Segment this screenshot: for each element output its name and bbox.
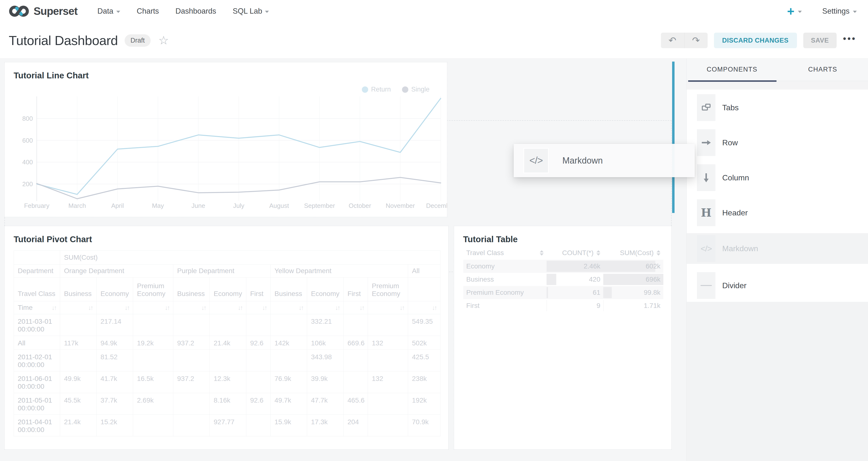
divider-icon <box>697 272 715 299</box>
chart-card-pivot[interactable]: Tutorial Pivot Chart SUM(Cost)Department… <box>4 226 448 450</box>
pivot-value-cell: 21.4k <box>210 336 246 350</box>
pivot-subcol-header: First <box>344 277 368 301</box>
favorite-star-icon[interactable]: ☆ <box>158 35 169 46</box>
table-cell-travel-class: First <box>463 299 547 312</box>
pivot-value-cell: 937.2 <box>173 336 210 350</box>
more-options-button[interactable]: ••• <box>843 34 856 47</box>
pivot-value-cell: 204 <box>344 415 368 436</box>
pivot-value-cell <box>344 314 368 336</box>
nav-item-sql-lab[interactable]: SQL Lab <box>224 0 277 22</box>
sort-icon[interactable]: ↓↑ <box>88 304 92 312</box>
pivot-value-cell: 502k <box>408 336 440 350</box>
table-column-header[interactable]: SUM(Cost) <box>603 246 663 260</box>
pivot-value-cell: 39.9k <box>307 371 344 393</box>
sort-icon[interactable]: ↓↑ <box>262 304 267 312</box>
tab-components[interactable]: COMPONENTS <box>687 59 777 80</box>
table-cell-count: 2.46k <box>547 260 603 273</box>
dashboard-header: Tutorial Dashboard Draft ☆ ↶ ↷ DISCARD C… <box>0 22 868 59</box>
markdown-icon: </> <box>697 235 715 262</box>
sort-icon[interactable]: ↓↑ <box>360 304 364 312</box>
discard-changes-button[interactable]: DISCARD CHANGES <box>714 33 797 48</box>
table-row: Business420696k <box>463 273 663 286</box>
new-item-button[interactable]: + <box>787 5 802 18</box>
settings-label: Settings <box>822 7 849 16</box>
sort-icon[interactable]: ↓↑ <box>165 304 169 312</box>
sort-icon[interactable] <box>596 250 600 255</box>
top-navbar: Superset DataChartsDashboardsSQL Lab + S… <box>0 0 868 22</box>
table-cell-count: 61 <box>547 286 603 299</box>
nav-item-label: Charts <box>137 7 159 16</box>
pivot-sort-cell: ↓↑ <box>133 301 173 314</box>
svg-text:600: 600 <box>22 137 33 144</box>
svg-text:March: March <box>68 202 86 209</box>
pivot-value-cell: 927.77 <box>210 415 246 436</box>
pivot-value-cell: 49.7k <box>271 393 307 415</box>
tabs-separator <box>687 82 868 90</box>
pivot-value-cell: 70.9k <box>408 415 440 436</box>
component-label: Divider <box>722 281 747 290</box>
settings-menu[interactable]: Settings <box>822 7 857 16</box>
pivot-sort-cell: ↓↑ <box>344 301 368 314</box>
pivot-value-cell: 45.5k <box>60 393 97 415</box>
component-item-markdown-dragging[interactable]: </>Markdown <box>687 233 868 264</box>
pivot-value-cell: 19.2k <box>133 336 173 350</box>
pivot-value-cell <box>368 314 408 336</box>
component-item-header[interactable]: HHeader <box>697 199 748 226</box>
sort-icon[interactable]: ↓↑ <box>299 304 303 312</box>
table-column-header[interactable]: COUNT(*) <box>547 246 603 260</box>
chart-card-table[interactable]: Tutorial Table Travel ClassCOUNT(*)SUM(C… <box>454 226 672 450</box>
chart-card-line[interactable]: Tutorial Line Chart 200400600800February… <box>4 62 447 217</box>
nav-item-dashboards[interactable]: Dashboards <box>167 0 224 22</box>
pivot-row-label: 2011-06-01 00:00:00 <box>14 371 60 393</box>
table-cell-sum: 696k <box>603 273 663 286</box>
sort-icon[interactable]: ↓↑ <box>335 304 339 312</box>
draft-badge: Draft <box>125 34 151 47</box>
pivot-sort-cell: ↓↑ <box>271 301 307 314</box>
table-cell-count: 9 <box>547 299 603 312</box>
undo-button[interactable]: ↶ <box>661 33 684 48</box>
svg-text:June: June <box>191 202 205 209</box>
tab-charts[interactable]: CHARTS <box>777 59 868 80</box>
nav-item-label: Data <box>97 7 113 16</box>
pivot-group-header: Purple Department <box>173 265 271 277</box>
pivot-corner <box>14 251 60 265</box>
component-item-row[interactable]: Row <box>697 129 738 156</box>
dashboard-title[interactable]: Tutorial Dashboard <box>9 33 118 48</box>
pivot-subcol-header: Business <box>271 277 307 301</box>
pivot-value-cell: 37.7k <box>97 393 133 415</box>
pivot-row-label: 2011-03-01 00:00:00 <box>14 314 60 336</box>
component-item-column[interactable]: Column <box>697 164 749 191</box>
legend-item-single[interactable]: Single <box>402 86 430 93</box>
pivot-value-cell: 15.9k <box>271 415 307 436</box>
superset-logo[interactable]: Superset <box>8 4 78 18</box>
sort-icon[interactable]: ↓↑ <box>201 304 206 312</box>
legend-item-return[interactable]: Return <box>362 86 391 93</box>
pivot-row: 2011-06-01 00:00:0049.9k41.7k16.5k937.21… <box>14 371 440 393</box>
pivot-value-cell <box>173 350 210 371</box>
sort-icon[interactable]: ↓↑ <box>52 304 56 312</box>
save-button[interactable]: SAVE <box>803 33 837 48</box>
sort-icon[interactable] <box>656 250 660 255</box>
drag-preview-label: Markdown <box>562 156 603 166</box>
sort-icon[interactable] <box>540 250 544 255</box>
pivot-value-cell <box>246 371 271 393</box>
sort-icon[interactable]: ↓↑ <box>125 304 129 312</box>
sort-icon[interactable]: ↓↑ <box>400 304 404 312</box>
data-table: Travel ClassCOUNT(*)SUM(Cost)Economy2.46… <box>463 246 663 312</box>
table-column-header[interactable]: Travel Class <box>463 246 547 260</box>
component-item-divider[interactable]: Divider <box>697 272 747 299</box>
nav-item-data[interactable]: Data <box>89 0 128 22</box>
legend-label: Single <box>411 86 430 93</box>
sort-icon[interactable]: ↓↑ <box>432 304 436 312</box>
component-item-tabs[interactable]: Tabs <box>697 94 739 121</box>
column-arrow-icon <box>697 164 715 191</box>
nav-item-charts[interactable]: Charts <box>128 0 167 22</box>
pivot-value-cell <box>246 314 271 336</box>
pivot-value-cell <box>173 393 210 415</box>
redo-button[interactable]: ↷ <box>684 33 708 48</box>
chevron-down-icon <box>798 11 802 13</box>
sort-icon[interactable]: ↓↑ <box>238 304 242 312</box>
legend-dot-icon <box>402 86 408 93</box>
pivot-subcol-header <box>408 277 440 301</box>
markdown-drag-preview[interactable]: </> Markdown <box>514 144 695 177</box>
